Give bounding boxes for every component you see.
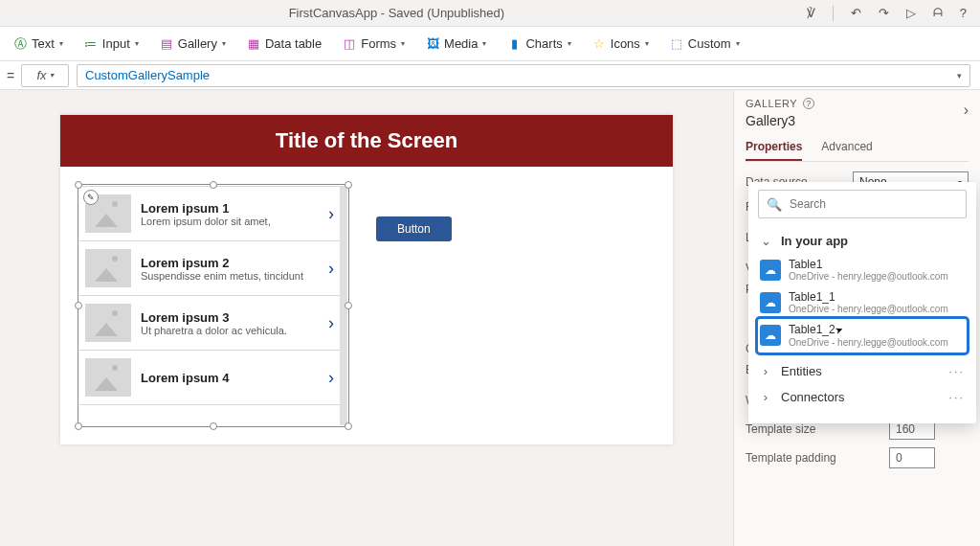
- ribbon-media[interactable]: 🖼 Media▾: [426, 36, 486, 51]
- data-source-item-sub: OneDrive - henry.legge@outlook.com: [789, 337, 948, 348]
- onedrive-icon: ☁: [760, 325, 781, 346]
- chevron-down-icon: ⌄: [760, 234, 771, 248]
- chevron-right-icon[interactable]: ›: [328, 368, 334, 388]
- data-source-item-sub: OneDrive - henry.legge@outlook.com: [789, 271, 948, 282]
- input-icon: ≔: [84, 37, 98, 51]
- gallery-item-subtitle: Ut pharetra a dolor ac vehicula.: [141, 325, 319, 336]
- gallery-item-title: Lorem ipsum 4: [141, 371, 319, 385]
- formula-input[interactable]: CustomGallerySample ▾: [77, 64, 970, 87]
- thumbnail-icon: [85, 358, 131, 397]
- gallery-item-title: Lorem ipsum 3: [141, 310, 319, 325]
- gallery-control[interactable]: Lorem ipsum 1 Lorem ipsum dolor sit amet…: [79, 186, 347, 425]
- ribbon-datatable[interactable]: ▦ Data table: [247, 36, 322, 51]
- data-source-item-sub: OneDrive - henry.legge@outlook.com: [789, 304, 948, 314]
- data-source-item-title: Table1: [789, 259, 948, 271]
- thumbnail-icon: [85, 304, 131, 342]
- gallery-selection[interactable]: ✎ Lorem ipsum 1 Lorem ipsum dolor sit am…: [79, 186, 347, 425]
- help-icon[interactable]: ?: [960, 6, 967, 21]
- control-name: Gallery3: [746, 113, 969, 128]
- search-icon: 🔍: [767, 197, 782, 212]
- ribbon-custom[interactable]: ⬚ Custom▾: [670, 36, 740, 51]
- tab-properties[interactable]: Properties: [746, 136, 802, 161]
- prop-label-template-padding: Template padding: [746, 451, 889, 465]
- template-padding-input[interactable]: 0: [889, 447, 935, 468]
- more-icon[interactable]: ···: [948, 390, 965, 404]
- text-icon: Ⓐ: [13, 37, 27, 51]
- equals-label: =: [0, 68, 21, 83]
- custom-icon: ⬚: [670, 37, 683, 51]
- onedrive-icon: ☁: [760, 292, 781, 313]
- titlebar-divider: [833, 6, 834, 21]
- data-source-search[interactable]: 🔍: [758, 190, 967, 218]
- canvas-area[interactable]: Title of the Screen ✎: [0, 90, 733, 546]
- gallery-item-subtitle: Lorem ipsum dolor sit amet,: [141, 216, 319, 227]
- help-icon[interactable]: ?: [803, 98, 814, 109]
- resize-handle[interactable]: [345, 302, 352, 309]
- ribbon-input[interactable]: ≔ Input▾: [84, 36, 139, 51]
- gallery-item[interactable]: Lorem ipsum 3 Ut pharetra a dolor ac veh…: [79, 296, 340, 351]
- gallery-item-title: Lorem ipsum 1: [141, 201, 319, 216]
- screen-title: Title of the Screen: [60, 115, 673, 167]
- redo-icon[interactable]: ↷: [879, 6, 889, 21]
- more-icon[interactable]: ···: [948, 364, 965, 378]
- properties-panel: › GALLERY ? Gallery3 Properties Advanced…: [733, 90, 980, 546]
- panel-category: GALLERY: [746, 98, 797, 109]
- resize-handle[interactable]: [75, 302, 82, 309]
- formula-bar: = fx▾ CustomGallerySample ▾: [0, 61, 980, 90]
- section-in-your-app[interactable]: ⌄ In your app: [758, 228, 967, 254]
- health-check-icon[interactable]: ℣: [807, 6, 815, 21]
- ribbon-charts[interactable]: ▮ Charts▾: [507, 36, 570, 51]
- resize-handle[interactable]: [210, 422, 217, 430]
- resize-handle[interactable]: [210, 181, 217, 189]
- data-table-icon: ▦: [247, 37, 260, 51]
- gallery-item-subtitle: Suspendisse enim metus, tincidunt: [141, 270, 319, 282]
- media-icon: 🖼: [426, 37, 439, 51]
- icons-icon: ☆: [592, 37, 606, 51]
- ribbon-forms[interactable]: ◫ Forms▾: [343, 36, 405, 51]
- charts-icon: ▮: [507, 37, 521, 51]
- app-title: FirstCanvasApp - Saved (Unpublished): [0, 6, 793, 20]
- chevron-right-icon[interactable]: ›: [328, 313, 334, 333]
- thumbnail-icon: [85, 249, 131, 287]
- forms-icon: ◫: [343, 37, 356, 51]
- resize-handle[interactable]: [345, 422, 352, 430]
- gallery-item-title: Lorem ipsum 2: [141, 256, 319, 270]
- chevron-right-icon[interactable]: ›: [328, 259, 334, 279]
- gallery-item[interactable]: Lorem ipsum 4 ›: [79, 351, 340, 405]
- chevron-right-icon[interactable]: ›: [328, 204, 334, 224]
- title-bar: FirstCanvasApp - Saved (Unpublished) ℣ ↶…: [0, 0, 980, 27]
- gallery-icon: ▤: [160, 37, 173, 51]
- section-connectors[interactable]: › Connectors ···: [758, 384, 967, 410]
- ribbon-text[interactable]: Ⓐ Text▾: [13, 36, 63, 51]
- play-icon[interactable]: ▷: [906, 6, 916, 21]
- ribbon-gallery[interactable]: ▤ Gallery▾: [160, 36, 226, 51]
- section-entities[interactable]: › Entities ···: [758, 358, 967, 384]
- data-source-item-title: Table1_2➤: [789, 324, 948, 336]
- panel-collapse-icon[interactable]: ›: [964, 102, 969, 119]
- resize-handle[interactable]: [75, 181, 82, 189]
- gallery-item[interactable]: Lorem ipsum 1 Lorem ipsum dolor sit amet…: [79, 186, 340, 241]
- search-input[interactable]: [790, 197, 958, 211]
- fx-selector[interactable]: fx▾: [21, 64, 69, 87]
- data-source-popup: 🔍 ⌄ In your app ☁ Table1 OneDrive - henr…: [748, 182, 976, 423]
- resize-handle[interactable]: [75, 422, 82, 430]
- resize-handle[interactable]: [345, 181, 352, 189]
- canvas-screen[interactable]: Title of the Screen ✎: [60, 115, 673, 444]
- chevron-right-icon: ›: [760, 390, 771, 404]
- undo-icon[interactable]: ↶: [851, 6, 861, 21]
- formula-expand-icon[interactable]: ▾: [957, 71, 962, 80]
- chevron-right-icon: ›: [760, 364, 771, 378]
- data-source-item-title: Table1_1: [789, 291, 948, 304]
- ribbon-icons[interactable]: ☆ Icons▾: [592, 36, 649, 51]
- canvas-button[interactable]: Button: [376, 216, 452, 241]
- data-source-item[interactable]: ☁ Table1_1 OneDrive - henry.legge@outloo…: [758, 286, 967, 319]
- data-source-item-selected[interactable]: ☁ Table1_2➤ OneDrive - henry.legge@outlo…: [758, 319, 967, 352]
- onedrive-icon: ☁: [760, 260, 781, 281]
- gallery-edit-icon[interactable]: ✎: [83, 190, 99, 205]
- tab-advanced[interactable]: Advanced: [821, 136, 872, 161]
- gallery-item[interactable]: Lorem ipsum 2 Suspendisse enim metus, ti…: [79, 241, 340, 296]
- ribbon: Ⓐ Text▾ ≔ Input▾ ▤ Gallery▾ ▦ Data table…: [0, 27, 980, 61]
- share-icon[interactable]: ᗩ: [933, 6, 943, 21]
- data-source-item[interactable]: ☁ Table1 OneDrive - henry.legge@outlook.…: [758, 254, 967, 286]
- prop-label-template-size: Template size: [746, 422, 889, 436]
